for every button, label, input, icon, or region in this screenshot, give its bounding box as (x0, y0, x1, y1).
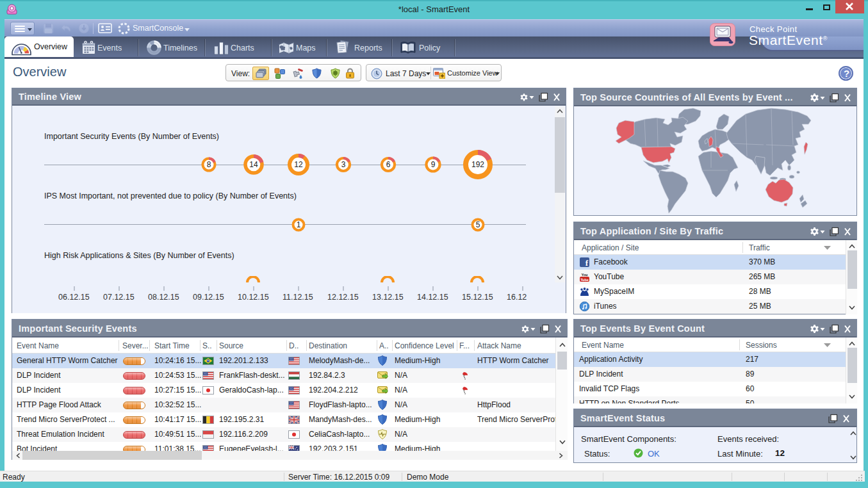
svg-text:192: 192 (471, 160, 484, 169)
svg-text:12: 12 (294, 160, 303, 169)
svg-text:9: 9 (431, 160, 436, 169)
svg-text:6: 6 (386, 160, 391, 169)
svg-text:f: f (585, 258, 589, 268)
svg-text:14: 14 (249, 160, 258, 169)
svg-text:8: 8 (207, 160, 211, 169)
svg-text:You: You (582, 273, 588, 277)
svg-text:3: 3 (341, 160, 346, 169)
svg-text:Tube: Tube (580, 278, 589, 282)
svg-text:5: 5 (476, 220, 480, 229)
svg-text:1: 1 (297, 220, 301, 229)
